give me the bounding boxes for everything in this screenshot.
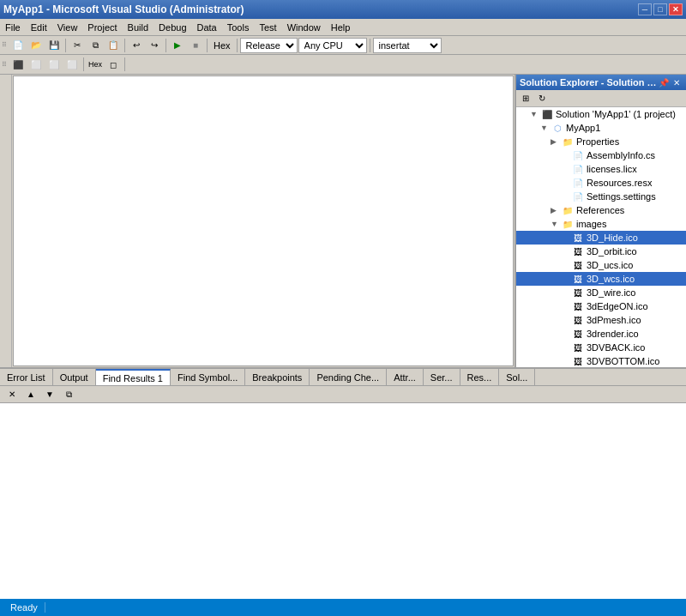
assemblyinfo-icon: 📄 bbox=[571, 149, 585, 161]
tb-stepinto[interactable]: ⬜ bbox=[45, 57, 63, 72]
tree-assemblyinfo[interactable]: 📄 AssemblyInfo.cs bbox=[516, 148, 686, 162]
tree-file-9[interactable]: 🖼 3DVBOTTOM.ico bbox=[516, 354, 686, 367]
menu-test[interactable]: Test bbox=[254, 21, 281, 34]
props-folder-label: Properties bbox=[576, 136, 619, 147]
platform-dropdown[interactable]: Any CPU bbox=[298, 38, 367, 53]
file-icon-3: 🖼 bbox=[571, 273, 585, 285]
tb-open[interactable]: 📂 bbox=[27, 38, 45, 53]
toolbar-grip-1: ⠿ bbox=[2, 41, 7, 49]
bottom-toolbar: ✕ ▲ ▼ ⧉ bbox=[0, 386, 686, 403]
toolbar-row-2: ⠿ ⬛ ⬜ ⬜ ⬜ Hex ◻ bbox=[0, 55, 686, 74]
tb-hex[interactable]: Hex bbox=[87, 57, 104, 72]
main-split: Solution Explorer - Solution '...' × 📌 ✕… bbox=[0, 75, 686, 367]
images-folder-icon: 📁 bbox=[561, 218, 575, 230]
sol-close-button[interactable]: ✕ bbox=[671, 76, 683, 88]
expand-images[interactable]: ▼ bbox=[551, 220, 561, 228]
tree-file-8[interactable]: 🖼 3DVBACK.ico bbox=[516, 341, 686, 354]
expand-solution[interactable]: ▼ bbox=[530, 110, 540, 118]
menu-debug[interactable]: Debug bbox=[153, 21, 191, 34]
tab-ser[interactable]: Ser... bbox=[424, 369, 460, 385]
tab-breakpoints-label: Breakpoints bbox=[252, 372, 302, 383]
menu-help[interactable]: Help bbox=[326, 21, 356, 34]
tree-solution-root[interactable]: ▼ ⬛ Solution 'MyApp1' (1 project) bbox=[516, 107, 686, 121]
solution-explorer-header-buttons: 📌 ✕ bbox=[658, 76, 683, 88]
tab-error-list[interactable]: Error List bbox=[0, 369, 53, 385]
tree-file-0[interactable]: 🖼 3D_Hide.ico bbox=[516, 231, 686, 245]
menu-data[interactable]: Data bbox=[192, 21, 222, 34]
tree-settings[interactable]: 📄 Settings.settings bbox=[516, 190, 686, 203]
tree-licenses[interactable]: 📄 licenses.licx bbox=[516, 162, 686, 176]
tb-start[interactable]: ▶ bbox=[169, 38, 186, 53]
tb-stepout[interactable]: ⬜ bbox=[63, 57, 81, 72]
status-bar: Ready bbox=[0, 599, 686, 616]
tab-pending[interactable]: Pending Che... bbox=[310, 369, 387, 385]
file-icon-2: 🖼 bbox=[571, 259, 585, 271]
tb-paste[interactable]: 📋 bbox=[105, 38, 122, 53]
minimize-button[interactable]: ─ bbox=[638, 3, 652, 15]
resources-label: Resources.resx bbox=[587, 178, 652, 188]
target-dropdown[interactable]: insertat bbox=[373, 38, 442, 53]
file-icon-4: 🖼 bbox=[571, 287, 585, 299]
config-dropdown[interactable]: Release bbox=[240, 38, 298, 53]
file-label-3: 3D_wcs.ico bbox=[587, 274, 635, 284]
bt-clear[interactable]: ✕ bbox=[3, 387, 21, 402]
tb-sep-2 bbox=[124, 39, 125, 52]
bt-copy[interactable]: ⧉ bbox=[60, 387, 77, 402]
editor-area[interactable] bbox=[13, 75, 514, 366]
tb-stop[interactable]: ■ bbox=[187, 38, 204, 53]
tb-undo[interactable]: ↩ bbox=[128, 38, 145, 53]
menu-edit[interactable]: Edit bbox=[26, 21, 52, 34]
tab-sol[interactable]: Sol... bbox=[499, 369, 535, 385]
find-results-content bbox=[0, 403, 686, 599]
editor-placeholder bbox=[14, 76, 513, 365]
menu-file[interactable]: File bbox=[0, 21, 26, 34]
expand-project[interactable]: ▼ bbox=[540, 124, 551, 132]
bt-next[interactable]: ▼ bbox=[41, 387, 58, 402]
tree-file-7[interactable]: 🖼 3drender.ico bbox=[516, 327, 686, 341]
tree-project[interactable]: ▼ ⬡ MyApp1 bbox=[516, 121, 686, 135]
expand-props[interactable]: ▶ bbox=[551, 137, 561, 146]
menu-build[interactable]: Build bbox=[123, 21, 153, 34]
expand-references[interactable]: ▶ bbox=[551, 206, 561, 214]
tab-find-symbol[interactable]: Find Symbol... bbox=[171, 369, 245, 385]
images-folder-label: images bbox=[576, 219, 606, 229]
menu-view[interactable]: View bbox=[52, 21, 83, 34]
bt-prev[interactable]: ▲ bbox=[22, 387, 39, 402]
maximize-button[interactable]: □ bbox=[653, 3, 667, 15]
close-button[interactable]: ✕ bbox=[669, 3, 683, 15]
menu-tools[interactable]: Tools bbox=[222, 21, 255, 34]
tree-file-2[interactable]: 🖼 3D_ucs.ico bbox=[516, 258, 686, 272]
window-title: MyApp1 - Microsoft Visual Studio (Admini… bbox=[3, 3, 244, 15]
tb-save[interactable]: 💾 bbox=[45, 38, 63, 53]
tab-breakpoints[interactable]: Breakpoints bbox=[245, 369, 310, 385]
sol-pin-button[interactable]: 📌 bbox=[658, 76, 670, 88]
tb-bkpt[interactable]: ⬛ bbox=[9, 57, 27, 72]
tree-properties-folder[interactable]: ▶ 📁 Properties bbox=[516, 135, 686, 148]
tb-new[interactable]: 📄 bbox=[9, 38, 27, 53]
tb-mem[interactable]: ◻ bbox=[105, 57, 122, 72]
tb-copy[interactable]: ⧉ bbox=[87, 38, 104, 53]
tb-stepover[interactable]: ⬜ bbox=[27, 57, 45, 72]
menu-window[interactable]: Window bbox=[282, 21, 326, 34]
licenses-icon: 📄 bbox=[571, 163, 585, 175]
tb-sep-5 bbox=[237, 39, 238, 52]
tb-redo[interactable]: ↪ bbox=[146, 38, 163, 53]
tree-file-5[interactable]: 🖼 3dEdgeON.ico bbox=[516, 299, 686, 313]
tab-output[interactable]: Output bbox=[53, 369, 96, 385]
tree-file-1[interactable]: 🖼 3D_orbit.ico bbox=[516, 245, 686, 258]
sol-tb-refresh[interactable]: ↻ bbox=[534, 92, 550, 106]
menu-project[interactable]: Project bbox=[82, 21, 122, 34]
tree-references-folder[interactable]: ▶ 📁 References bbox=[516, 203, 686, 217]
tree-resources[interactable]: 📄 Resources.resx bbox=[516, 176, 686, 190]
tree-file-6[interactable]: 🖼 3dPmesh.ico bbox=[516, 313, 686, 327]
solution-explorer-tree[interactable]: ▼ ⬛ Solution 'MyApp1' (1 project) ▼ ⬡ My… bbox=[516, 107, 686, 367]
tab-attr[interactable]: Attr... bbox=[387, 369, 424, 385]
tab-res[interactable]: Res... bbox=[460, 369, 500, 385]
tree-file-3[interactable]: 🖼 3D_wcs.ico bbox=[516, 272, 686, 286]
tb-cut[interactable]: ✂ bbox=[69, 38, 86, 53]
sol-tb-props[interactable]: ⊞ bbox=[518, 92, 533, 106]
tab-sol-label: Sol... bbox=[506, 372, 527, 383]
tree-file-4[interactable]: 🖼 3D_wire.ico bbox=[516, 286, 686, 299]
tab-find-results[interactable]: Find Results 1 bbox=[96, 369, 171, 385]
tree-images-folder[interactable]: ▼ 📁 images bbox=[516, 217, 686, 231]
